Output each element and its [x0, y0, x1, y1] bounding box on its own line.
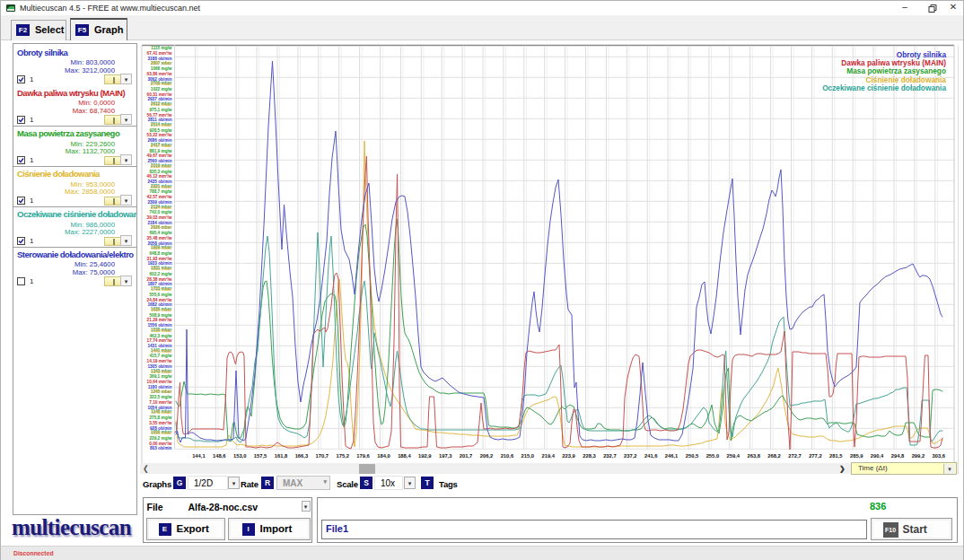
svg-text:285,9: 285,9 [850, 453, 863, 459]
svg-text:788,7 mg/w: 788,7 mg/w [149, 189, 171, 194]
svg-text:268,2: 268,2 [767, 453, 781, 459]
svg-text:263,8: 263,8 [747, 453, 760, 459]
svg-text:1831 mbar: 1831 mbar [151, 267, 171, 271]
svg-text:2124 mbar: 2124 mbar [151, 206, 171, 210]
svg-text:179,6: 179,6 [356, 453, 370, 459]
svg-text:648,8 mg/w: 648,8 mg/w [149, 251, 171, 256]
svg-text:14,19 mm³/w: 14,19 mm³/w [147, 359, 172, 363]
svg-text:246,1: 246,1 [665, 453, 679, 459]
svg-text:259,4: 259,4 [727, 453, 741, 459]
svg-text:975,1 mg/w: 975,1 mg/w [149, 108, 171, 112]
svg-text:1538 mbar: 1538 mbar [151, 328, 171, 333]
svg-text:835,3 mg/w: 835,3 mg/w [149, 170, 171, 174]
svg-text:2514 mbar: 2514 mbar [151, 123, 171, 127]
svg-text:201,7: 201,7 [460, 453, 473, 459]
svg-text:157,5: 157,5 [254, 453, 267, 459]
svg-text:1636 mbar: 1636 mbar [151, 308, 171, 312]
svg-text:210,6: 210,6 [501, 453, 514, 459]
svg-text:161,8: 161,8 [275, 453, 288, 459]
svg-text:53,22 mm³/w: 53,22 mm³/w [147, 133, 172, 137]
svg-text:508,9 mg/w: 508,9 mg/w [149, 313, 171, 318]
svg-text:153,0: 153,0 [233, 453, 247, 459]
svg-text:148,6: 148,6 [213, 453, 226, 459]
svg-text:197,3: 197,3 [439, 453, 452, 459]
svg-text:144,1: 144,1 [192, 453, 206, 459]
svg-text:275,8 mg/w: 275,8 mg/w [149, 416, 171, 420]
svg-text:229,2 mg/w: 229,2 mg/w [149, 436, 171, 441]
svg-text:2709 mbar: 2709 mbar [151, 82, 171, 86]
svg-text:31,93 mm³/w: 31,93 mm³/w [147, 257, 172, 261]
svg-text:1050 mbar: 1050 mbar [151, 431, 171, 435]
svg-text:67,41 mm³/w: 67,41 mm³/w [147, 51, 172, 56]
svg-text:170,7: 170,7 [316, 453, 329, 459]
svg-text:1343 mbar: 1343 mbar [151, 370, 171, 374]
svg-text:46,12 mm³/w: 46,12 mm³/w [147, 174, 172, 179]
svg-text:175,2: 175,2 [336, 453, 349, 459]
svg-text:881,9 mg/w: 881,9 mg/w [149, 149, 171, 153]
svg-text:232,7: 232,7 [603, 453, 617, 459]
svg-text:206,2: 206,2 [480, 453, 494, 459]
svg-text:10,64 mm³/w: 10,64 mm³/w [147, 380, 172, 384]
svg-text:166,3: 166,3 [295, 453, 309, 459]
svg-text:2319 mbar: 2319 mbar [151, 164, 171, 169]
svg-text:1441 mbar: 1441 mbar [151, 349, 171, 354]
svg-text:255,0: 255,0 [706, 453, 720, 459]
svg-text:192,9: 192,9 [418, 453, 432, 459]
svg-text:928,5 mg/w: 928,5 mg/w [149, 128, 171, 133]
svg-text:228,3: 228,3 [583, 453, 596, 459]
svg-text:602,2 mg/w: 602,2 mg/w [149, 272, 171, 276]
svg-text:742,0 mg/w: 742,0 mg/w [149, 210, 171, 214]
svg-text:42,57 mm³/w: 42,57 mm³/w [147, 195, 172, 199]
svg-text:1733 mbar: 1733 mbar [151, 287, 171, 292]
svg-text:1068 mg/w: 1068 mg/w [151, 66, 172, 71]
svg-text:49,67 mm³/w: 49,67 mm³/w [147, 153, 172, 158]
svg-text:0,00 mm³/w: 0,00 mm³/w [149, 442, 172, 446]
svg-text:1022 mg/w: 1022 mg/w [151, 87, 172, 92]
svg-text:277,2: 277,2 [809, 453, 822, 459]
svg-text:2807 mbar: 2807 mbar [151, 61, 171, 66]
svg-text:215,0: 215,0 [521, 453, 535, 459]
svg-text:803 ob/min: 803 ob/min [150, 446, 172, 451]
svg-text:219,4: 219,4 [541, 453, 555, 459]
svg-text:1929 mbar: 1929 mbar [151, 246, 171, 250]
svg-text:237,2: 237,2 [624, 453, 637, 459]
svg-text:322,5 mg/w: 322,5 mg/w [149, 395, 171, 399]
svg-text:1115 mg/w: 1115 mg/w [151, 46, 172, 50]
svg-text:2221 mbar: 2221 mbar [151, 185, 171, 189]
svg-text:21,29 mm³/w: 21,29 mm³/w [147, 318, 172, 322]
svg-text:290,4: 290,4 [871, 453, 884, 459]
svg-text:60,31 mm³/w: 60,31 mm³/w [147, 92, 172, 97]
svg-text:188,4: 188,4 [398, 453, 411, 459]
svg-text:28,38 mm³/w: 28,38 mm³/w [147, 277, 172, 282]
svg-text:1148 mbar: 1148 mbar [152, 410, 172, 415]
svg-text:299,2: 299,2 [912, 453, 925, 459]
svg-text:241,6: 241,6 [644, 453, 658, 459]
svg-text:303,6: 303,6 [933, 453, 946, 459]
svg-text:184,0: 184,0 [377, 453, 390, 459]
svg-text:223,9: 223,9 [562, 453, 575, 459]
svg-text:272,7: 272,7 [788, 453, 802, 459]
svg-text:462,3 mg/w: 462,3 mg/w [149, 334, 171, 338]
svg-text:24,84 mm³/w: 24,84 mm³/w [147, 298, 172, 302]
svg-text:56,77 mm³/w: 56,77 mm³/w [147, 113, 172, 118]
svg-text:294,8: 294,8 [891, 453, 905, 459]
svg-text:281,5: 281,5 [829, 453, 843, 459]
svg-text:2612 mbar: 2612 mbar [151, 102, 171, 107]
svg-text:7,10 mm³/w: 7,10 mm³/w [149, 400, 172, 405]
svg-text:695,4 mg/w: 695,4 mg/w [149, 231, 171, 235]
svg-text:2026 mbar: 2026 mbar [151, 225, 171, 230]
svg-text:250,5: 250,5 [686, 453, 699, 459]
svg-text:63,86 mm³/w: 63,86 mm³/w [147, 72, 172, 76]
svg-text:555,6 mg/w: 555,6 mg/w [149, 293, 171, 297]
svg-text:1245 mbar: 1245 mbar [151, 389, 171, 394]
svg-text:415,7 mg/w: 415,7 mg/w [149, 354, 171, 358]
svg-text:39,03 mm³/w: 39,03 mm³/w [147, 215, 172, 220]
svg-text:35,48 mm³/w: 35,48 mm³/w [147, 236, 172, 241]
svg-text:2417 mbar: 2417 mbar [151, 144, 171, 148]
svg-text:3,55 mm³/w: 3,55 mm³/w [149, 421, 172, 425]
svg-text:369,1 mg/w: 369,1 mg/w [149, 374, 171, 379]
svg-text:17,74 mm³/w: 17,74 mm³/w [147, 338, 172, 343]
svg-text:Oczekiwane ciśnienie doładowan: Oczekiwane ciśnienie doładowania [822, 83, 946, 92]
